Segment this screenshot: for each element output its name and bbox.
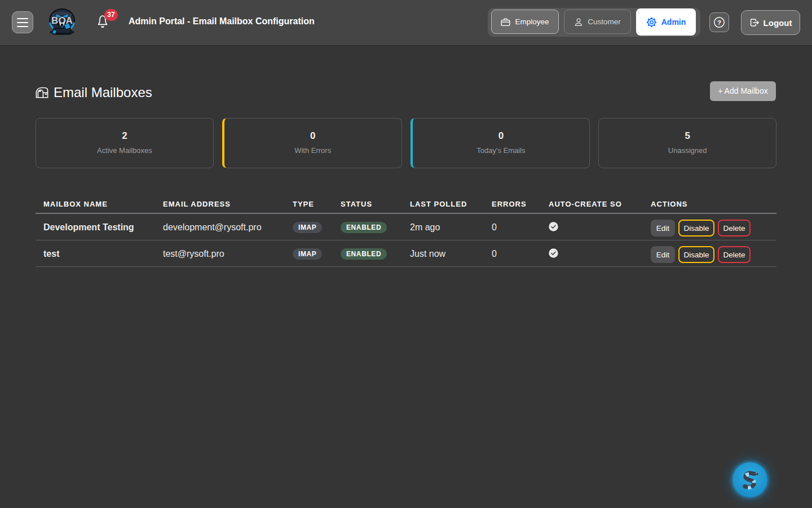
svg-text:BOA: BOA (51, 15, 73, 26)
svg-text:?: ? (717, 19, 721, 26)
